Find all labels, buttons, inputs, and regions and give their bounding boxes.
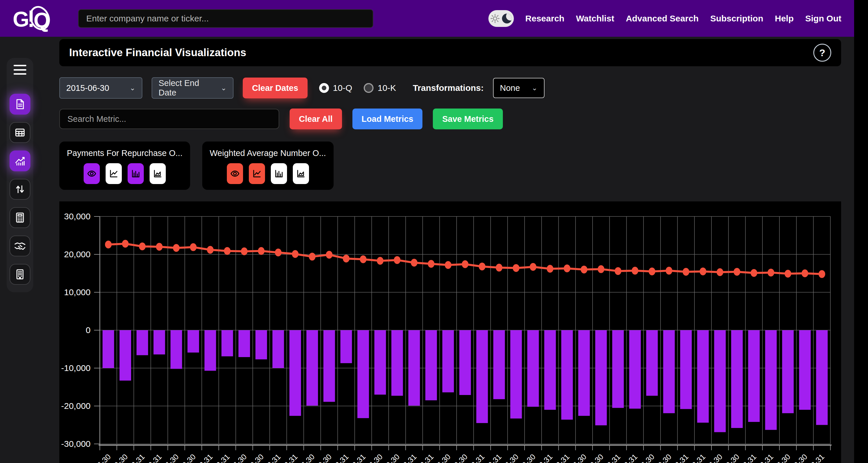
point-2023-06-30	[649, 267, 655, 275]
sidebar-item-visualizations[interactable]	[9, 151, 30, 171]
nav-link-help[interactable]: Help	[775, 13, 794, 24]
line-series	[108, 244, 822, 274]
point-2020-03-31	[428, 260, 435, 268]
point-2019-09-30	[394, 256, 400, 264]
bar-2018-03-31	[289, 330, 301, 416]
bar-2018-12-31	[340, 330, 352, 363]
bar-2019-03-31	[357, 330, 369, 418]
bar-2019-06-30	[374, 330, 386, 395]
nav-link-watchlist[interactable]: Watchlist	[576, 13, 614, 24]
chart-card: 30,00020,00010,0000-10,000-20,000-30,000…	[59, 202, 841, 463]
sidebar-item-calculator[interactable]	[9, 207, 30, 228]
point-2024-12-31	[750, 269, 757, 277]
handshake-icon	[14, 240, 26, 252]
nav-link-sign-out[interactable]: Sign Out	[805, 13, 841, 24]
point-2023-03-31	[631, 267, 638, 275]
y-tick-label: -10,000	[61, 363, 91, 373]
sidebar-item-deals[interactable]	[9, 236, 30, 256]
point-2017-09-30	[258, 247, 265, 255]
save-metrics-button[interactable]: Save Metrics	[433, 109, 503, 129]
table-icon	[14, 126, 26, 138]
metric-area-chart-button[interactable]	[150, 163, 166, 184]
metric-line-chart-button[interactable]	[105, 163, 122, 184]
help-button[interactable]: ?	[813, 44, 831, 62]
point-2021-06-30	[513, 264, 519, 272]
y-tick-label: 30,000	[64, 212, 91, 221]
radio-10k[interactable]	[364, 83, 374, 93]
y-tick-label: 10,000	[64, 287, 91, 297]
bar-2022-12-31	[612, 330, 624, 408]
metric-visibility-button[interactable]	[84, 163, 100, 184]
point-2020-09-30	[462, 260, 468, 268]
sidebar-item-company[interactable]	[9, 264, 30, 285]
y-tick-label: -20,000	[61, 401, 91, 411]
radio-10q-label: 10-Q	[333, 83, 352, 93]
point-2021-12-31	[547, 265, 554, 273]
load-metrics-button[interactable]: Load Metrics	[352, 109, 423, 129]
theme-toggle[interactable]	[488, 10, 514, 27]
y-tick-label: 0	[86, 325, 91, 335]
y-tick-label: -30,000	[61, 439, 91, 449]
y-tick-label: 20,000	[64, 249, 91, 259]
nav-link-subscription[interactable]: Subscription	[710, 13, 763, 24]
metric-bar-chart-button[interactable]	[128, 163, 144, 184]
clear-dates-button[interactable]: Clear Dates	[243, 78, 308, 98]
nav-link-advanced-search[interactable]: Advanced Search	[626, 13, 699, 24]
point-2015-12-31	[139, 243, 146, 250]
bar-2018-06-30	[306, 330, 318, 406]
financial-chart[interactable]: 30,00020,00010,0000-10,000-20,000-30,000…	[59, 202, 841, 463]
clear-all-button[interactable]: Clear All	[290, 109, 342, 129]
eye-icon	[87, 168, 97, 179]
bar-2021-12-31	[544, 330, 556, 410]
bar-2020-06-30	[442, 330, 454, 392]
transformation-select[interactable]: None ⌄	[493, 78, 545, 98]
end-date-placeholder: Select End Date	[159, 79, 216, 97]
menu-icon[interactable]	[13, 65, 26, 75]
point-2024-06-30	[717, 268, 723, 276]
sidebar-item-documents[interactable]	[9, 94, 30, 115]
end-date-select[interactable]: Select End Date ⌄	[152, 77, 234, 99]
svg-text:Q: Q	[34, 8, 50, 32]
point-2015-09-30	[122, 240, 129, 248]
bar-2017-09-30	[255, 330, 267, 360]
bar-2020-12-31	[476, 330, 488, 423]
bar-2016-06-30	[170, 330, 182, 369]
point-2018-09-30	[326, 251, 333, 259]
metric-visibility-button[interactable]	[227, 163, 243, 184]
page-header: Interactive Financial Visualizations ?	[59, 39, 841, 66]
point-2016-12-31	[207, 246, 214, 254]
radio-10q-selected[interactable]	[319, 83, 329, 93]
page-title: Interactive Financial Visualizations	[69, 47, 246, 59]
point-2024-03-31	[700, 267, 706, 275]
point-2022-12-31	[615, 267, 621, 275]
sidebar-item-table[interactable]	[9, 122, 30, 143]
bar-2015-09-30	[120, 330, 131, 380]
chevron-down-icon: ⌄	[130, 84, 135, 92]
metric-line-chart-button[interactable]	[249, 163, 265, 184]
bar-2021-09-30	[527, 330, 539, 407]
navbar-links: Research Watchlist Advanced Search Subsc…	[488, 10, 841, 27]
giq-logo-icon[interactable]: G Q	[13, 5, 50, 32]
start-date-value: 2015-06-30	[66, 83, 109, 93]
sidebar-item-sort[interactable]	[9, 179, 30, 200]
metric-bar-chart-button[interactable]	[271, 163, 287, 184]
point-2025-03-31	[768, 269, 774, 276]
line-chart-icon	[108, 168, 119, 179]
company-search-input[interactable]	[78, 9, 373, 28]
bar-2021-03-31	[493, 330, 505, 399]
form-type-10q[interactable]: 10-Q	[319, 83, 352, 93]
metric-search-input[interactable]	[59, 109, 279, 129]
point-2022-06-30	[581, 266, 587, 274]
app-root: G Q Research Watchlist Advanced Search S…	[0, 0, 854, 463]
point-2023-09-30	[666, 267, 673, 275]
document-icon	[14, 98, 26, 110]
bar-2017-12-31	[273, 330, 284, 368]
start-date-select[interactable]: 2015-06-30 ⌄	[59, 77, 142, 99]
metric-area-chart-button[interactable]	[293, 163, 309, 184]
point-2020-12-31	[479, 263, 486, 270]
point-2022-09-30	[598, 265, 604, 273]
form-type-10k[interactable]: 10-K	[364, 83, 396, 93]
nav-link-research[interactable]: Research	[525, 13, 564, 24]
point-2018-06-30	[309, 253, 316, 260]
point-2016-03-31	[156, 243, 163, 251]
